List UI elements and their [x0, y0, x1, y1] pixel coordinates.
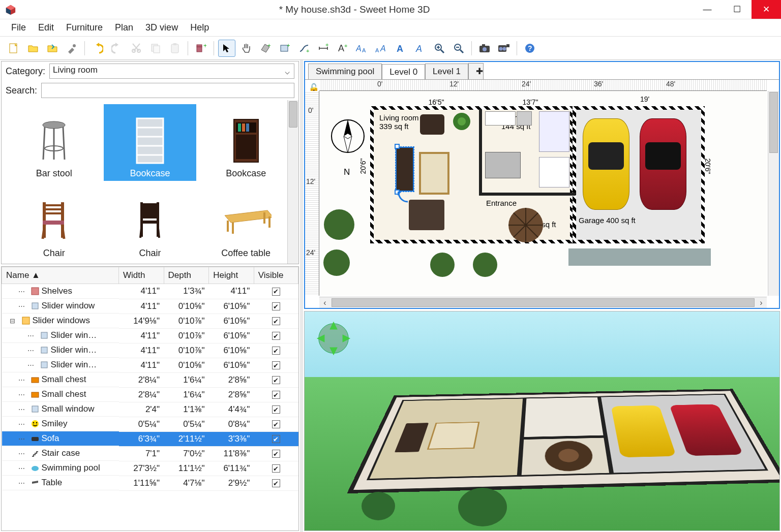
catalog-item-barstool[interactable]: Bar stool [8, 104, 101, 181]
create-room-icon[interactable]: + [276, 40, 293, 57]
plan-car-red[interactable] [640, 118, 686, 210]
undo-icon[interactable] [89, 40, 106, 57]
paste-icon[interactable] [166, 40, 184, 57]
table-row[interactable]: ⋯Stair case7'1"7'0½"11'8⅜"✔ [2, 446, 298, 461]
tab-level-0[interactable]: Level 0 [382, 64, 425, 80]
visible-checkbox[interactable]: ✔ [272, 317, 280, 325]
table-row[interactable]: ⋯Slider win…4'11"0'10⅝"6'10⅝"✔ [2, 358, 298, 372]
table-row[interactable]: ⋯Table1'11⅝"4'7⅛"2'9½"✔ [2, 476, 298, 490]
table-row[interactable]: ⋯Slider window4'11"0'10⅝"6'10⅝"✔ [2, 299, 298, 314]
plan-vertical-scrollbar[interactable] [768, 91, 779, 296]
search-input[interactable] [41, 83, 294, 98]
svg-rect-88 [32, 378, 39, 383]
zoom-in-icon[interactable] [431, 40, 448, 57]
table-row[interactable]: ⋯Small chest2'8¼"1'6¼"2'8⅝"✔ [2, 387, 298, 402]
table-row[interactable]: ⋯Slider win…4'11"0'10⅞"6'10⅝"✔ [2, 328, 298, 343]
row-name: Slider window [42, 301, 95, 311]
visible-checkbox[interactable]: ✔ [272, 332, 280, 340]
new-file-icon[interactable] [5, 40, 22, 57]
tab-swimming-pool[interactable]: Swimming pool [308, 64, 382, 79]
visible-checkbox[interactable]: ✔ [272, 435, 280, 443]
chair-wood-icon [28, 196, 79, 245]
preferences-icon[interactable] [63, 40, 80, 57]
catalog-item-bookcase2[interactable]: Bookcase [199, 104, 292, 181]
table-row[interactable]: ⋯Small chest2'8¼"1'6¼"2'8⅝"✔ [2, 372, 298, 387]
italic-icon[interactable]: A [411, 40, 429, 57]
table-row[interactable]: ⋯Slider win…4'11"0'10⅞"6'10⅝"✔ [2, 343, 298, 358]
cut-icon[interactable] [128, 40, 145, 57]
bold-icon[interactable]: A [392, 40, 409, 57]
open-file-icon[interactable] [24, 40, 42, 57]
sofa-icon [31, 434, 40, 443]
col-visible[interactable]: Visible [254, 267, 298, 284]
menu-file[interactable]: File [5, 20, 32, 35]
visible-checkbox[interactable]: ✔ [272, 479, 280, 487]
create-polyline-icon[interactable]: + [295, 40, 313, 57]
pan-icon[interactable] [237, 40, 255, 57]
close-button[interactable]: ✕ [752, 0, 781, 19]
visible-checkbox[interactable]: ✔ [272, 288, 280, 296]
table-row[interactable]: ⊟Slider windows14'9⅛"0'10⅞"6'10⅝"✔ [2, 314, 298, 328]
tab-level-1[interactable]: Level 1 [425, 64, 468, 79]
catalog-item-coffeetable[interactable]: Coffee table [199, 184, 292, 261]
help-icon[interactable]: ? [521, 40, 538, 57]
visible-checkbox[interactable]: ✔ [272, 391, 280, 399]
visible-checkbox[interactable]: ✔ [272, 450, 280, 458]
copy-icon[interactable] [147, 40, 164, 57]
table-row[interactable]: ⋯Shelves4'11"1'3¾"4'11"✔ [2, 284, 298, 299]
table-row[interactable]: ⋯Small window2'4"1'1⅜"4'4¾"✔ [2, 402, 298, 417]
select-icon[interactable] [218, 40, 235, 57]
save-icon[interactable] [44, 40, 61, 57]
table-row[interactable]: ⋯Sofa6'3¾"2'11½"3'3⅜"✔ [2, 431, 298, 446]
svg-line-36 [460, 50, 463, 53]
svg-rect-89 [32, 392, 39, 397]
create-text-icon[interactable]: A+ [334, 40, 351, 57]
create-dimension-icon[interactable]: + [315, 40, 332, 57]
svg-point-4 [73, 44, 76, 47]
plan-car-yellow[interactable] [583, 118, 629, 210]
col-name[interactable]: Name ▲ [2, 267, 119, 284]
visible-checkbox[interactable]: ✔ [272, 464, 280, 473]
table-row[interactable]: ⋯Swimming pool27'3½"11'1½"6'11¾"✔ [2, 461, 298, 476]
increase-text-icon[interactable]: AA [353, 40, 371, 57]
catalog-item-chair2[interactable]: Chair [104, 184, 197, 261]
floor-plan-canvas[interactable]: N 16'5" 13'7" 19' 20'6" 20'6" Living roo… [319, 91, 767, 296]
menu-plan[interactable]: Plan [109, 20, 139, 35]
visible-checkbox[interactable]: ✔ [272, 347, 280, 355]
add-furniture-icon[interactable]: + [192, 40, 209, 57]
video-icon[interactable] [495, 40, 513, 57]
catalog-item-chair[interactable]: Chair [8, 184, 101, 261]
maximize-button[interactable]: ☐ [722, 0, 752, 19]
3d-view[interactable] [304, 311, 780, 531]
visible-checkbox[interactable]: ✔ [272, 405, 280, 414]
menu-3dview[interactable]: 3D view [139, 20, 184, 35]
svg-rect-83 [32, 303, 38, 309]
col-depth[interactable]: Depth [164, 267, 209, 284]
menu-furniture[interactable]: Furniture [60, 20, 109, 35]
visible-checkbox[interactable]: ✔ [272, 420, 280, 428]
3d-navigation-pad[interactable] [314, 319, 353, 358]
menu-help[interactable]: Help [184, 20, 215, 35]
create-wall-icon[interactable]: + [257, 40, 274, 57]
plan-sofa[interactable] [396, 147, 414, 192]
add-level-button[interactable]: ✚ [468, 63, 484, 79]
minimize-button[interactable]: — [693, 0, 722, 19]
catalog-scrollbar[interactable] [287, 100, 298, 264]
svg-rect-68 [43, 221, 64, 225]
category-select[interactable]: Living room [49, 64, 294, 79]
visible-checkbox[interactable]: ✔ [272, 361, 280, 369]
visible-checkbox[interactable]: ✔ [272, 302, 280, 310]
decrease-text-icon[interactable]: AA [373, 40, 390, 57]
catalog-item-bookcase[interactable]: Bookcase [104, 104, 197, 181]
col-width[interactable]: Width [119, 267, 164, 284]
plan-horizontal-scrollbar[interactable]: ‹› [319, 297, 767, 308]
row-name: Smiley [42, 419, 68, 429]
visible-checkbox[interactable]: ✔ [272, 376, 280, 384]
menu-edit[interactable]: Edit [32, 20, 60, 35]
plan-view[interactable]: Swimming pool Level 0 Level 1 ✚ 🔓 0' 12'… [304, 61, 780, 309]
redo-icon[interactable] [108, 40, 126, 57]
photo-icon[interactable] [476, 40, 493, 57]
zoom-out-icon[interactable] [450, 40, 467, 57]
table-row[interactable]: ⋯Smiley0'5¼"0'5¼"0'8¼"✔ [2, 417, 298, 431]
col-height[interactable]: Height [209, 267, 254, 284]
